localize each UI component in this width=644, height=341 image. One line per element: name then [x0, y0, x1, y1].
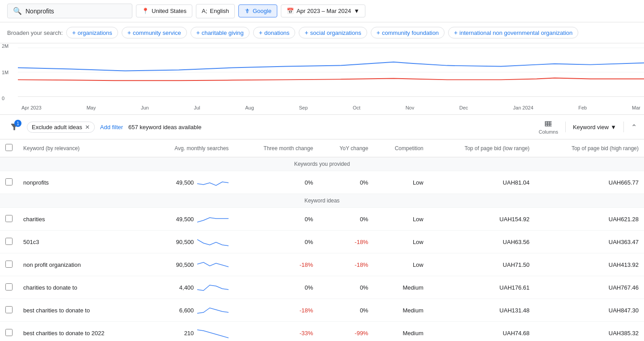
divider2: [623, 122, 624, 132]
row-avg-monthly: 210: [143, 322, 234, 341]
exclude-chip: Exclude adult ideas ✕: [27, 122, 95, 133]
broaden-chip-community-service[interactable]: + community service: [122, 27, 187, 38]
row-three-month: 0%: [234, 231, 318, 253]
row-checkbox-cell[interactable]: [0, 322, 18, 341]
chevron-down-icon: ▼: [354, 8, 360, 14]
language-filter[interactable]: A; English: [196, 4, 235, 18]
row-checkbox-cell[interactable]: [0, 231, 18, 253]
row-bid-high: UAH665.77: [535, 171, 644, 194]
row-bid-low: UAH131.48: [429, 299, 535, 322]
date-filter[interactable]: 📅 Apr 2023 – Mar 2024 ▼: [281, 4, 365, 17]
row-competition: Medium: [373, 276, 428, 299]
keyword-view-label: Keyword view: [573, 124, 609, 131]
row-bid-high: UAH363.47: [535, 231, 644, 253]
plus-icon: +: [454, 29, 458, 36]
trend-chart: 2M 1M 0 Apr 2023 May Jun Jul Aug Sep Oct…: [0, 43, 644, 115]
row-checkbox-cell[interactable]: [0, 299, 18, 322]
row-yoy: 0%: [318, 299, 373, 322]
table-row: best charities to donate to 2022 210 -33…: [0, 322, 644, 341]
row-competition: Medium: [373, 322, 428, 341]
broaden-chip-community-foundation[interactable]: + community foundation: [371, 27, 445, 38]
select-all-checkbox[interactable]: [5, 144, 13, 151]
row-keyword: best charities to donate to 2022: [18, 322, 143, 341]
broaden-chip-organizations[interactable]: + organizations: [66, 27, 118, 38]
row-bid-low: UAH74.68: [429, 322, 535, 341]
row-three-month: -18%: [234, 299, 318, 322]
exclude-close-icon[interactable]: ✕: [85, 124, 90, 131]
header-bid-high[interactable]: Top of page bid (high range): [535, 139, 644, 157]
header-three-month[interactable]: Three month change: [234, 139, 318, 157]
add-filter-button[interactable]: Add filter: [100, 124, 123, 131]
filter-button[interactable]: 1: [7, 120, 21, 134]
keywords-table-container: Keyword (by relevance) Avg. monthly sear…: [0, 139, 644, 341]
chart-x-labels: Apr 2023 May Jun Jul Aug Sep Oct Nov Dec…: [18, 101, 644, 114]
broaden-chip-international-ngo[interactable]: + international non governmental organiz…: [448, 27, 578, 38]
row-checkbox-cell[interactable]: [0, 171, 18, 194]
chart-svg-container: [18, 43, 644, 101]
row-checkbox-cell[interactable]: [0, 208, 18, 231]
header-competition[interactable]: Competition: [373, 139, 428, 157]
row-checkbox[interactable]: [5, 178, 13, 185]
broaden-search-bar: Broaden your search: + organizations + c…: [0, 22, 644, 43]
keyword-count: 657 keyword ideas available: [128, 124, 533, 131]
row-yoy: -18%: [318, 231, 373, 253]
table-row: charities to donate to 4,400 0% 0% Mediu…: [0, 276, 644, 299]
platform-filter[interactable]: 🗡 Google: [238, 4, 277, 17]
location-filter[interactable]: 📍 United States: [136, 4, 192, 17]
toolbar: 1 Exclude adult ideas ✕ Add filter 657 k…: [0, 115, 644, 139]
row-competition: Medium: [373, 299, 428, 322]
header-avg-monthly[interactable]: Avg. monthly searches: [143, 139, 234, 157]
header-yoy[interactable]: YoY change: [318, 139, 373, 157]
row-bid-low: UAH81.04: [429, 171, 535, 194]
row-bid-high: UAH767.46: [535, 276, 644, 299]
header-keyword[interactable]: Keyword (by relevance): [18, 139, 143, 157]
row-checkbox[interactable]: [5, 261, 13, 268]
header-checkbox-cell[interactable]: [0, 139, 18, 157]
broaden-chip-social-organizations[interactable]: + social organizations: [299, 27, 367, 38]
row-checkbox-cell[interactable]: [0, 253, 18, 276]
row-checkbox[interactable]: [5, 306, 13, 313]
row-bid-high: UAH847.30: [535, 299, 644, 322]
section-ideas-header: Keyword ideas: [0, 194, 644, 208]
table-row: charities 49,500 0% 0% Low UAH154.92 UAH…: [0, 208, 644, 231]
section-provided-header: Keywords you provided: [0, 157, 644, 171]
plus-icon: +: [259, 29, 263, 36]
row-checkbox[interactable]: [5, 215, 13, 222]
broaden-label: Broaden your search:: [7, 29, 63, 36]
keyword-view-button[interactable]: Keyword view ▼: [573, 124, 616, 131]
calendar-icon: 📅: [287, 8, 294, 14]
row-checkbox[interactable]: [5, 329, 13, 336]
row-yoy: 0%: [318, 171, 373, 194]
row-bid-low: UAH63.56: [429, 231, 535, 253]
row-keyword: non profit organization: [18, 253, 143, 276]
search-box[interactable]: 🔍 Nonprofits: [7, 4, 132, 18]
row-three-month: -18%: [234, 253, 318, 276]
plus-icon: +: [305, 29, 308, 36]
location-icon: 📍: [142, 8, 149, 14]
row-three-month: 0%: [234, 171, 318, 194]
top-bar: 🔍 Nonprofits 📍 United States A; English…: [0, 0, 644, 22]
broaden-chip-charitable-giving[interactable]: + charitable giving: [191, 27, 250, 38]
row-avg-monthly: 49,500: [143, 171, 234, 194]
row-avg-monthly: 90,500: [143, 231, 234, 253]
search-text: Nonprofits: [25, 8, 54, 15]
broaden-chip-donations[interactable]: + donations: [253, 27, 296, 38]
language-icon: A;: [202, 7, 207, 15]
row-competition: Low: [373, 231, 428, 253]
row-competition: Low: [373, 208, 428, 231]
row-keyword: charities: [18, 208, 143, 231]
row-three-month: 0%: [234, 276, 318, 299]
table-row: best charities to donate to 6,600 -18% 0…: [0, 299, 644, 322]
row-competition: Low: [373, 171, 428, 194]
columns-label: Columns: [539, 129, 558, 135]
plus-icon: +: [72, 29, 76, 36]
row-checkbox[interactable]: [5, 238, 13, 245]
row-yoy: 0%: [318, 276, 373, 299]
divider: [565, 122, 566, 132]
row-checkbox[interactable]: [5, 283, 13, 290]
row-checkbox-cell[interactable]: [0, 276, 18, 299]
collapse-button[interactable]: ⌃: [631, 123, 637, 131]
header-bid-low[interactable]: Top of page bid (low range): [429, 139, 535, 157]
columns-button[interactable]: Columns: [539, 119, 558, 135]
filter-badge: 1: [14, 120, 21, 127]
